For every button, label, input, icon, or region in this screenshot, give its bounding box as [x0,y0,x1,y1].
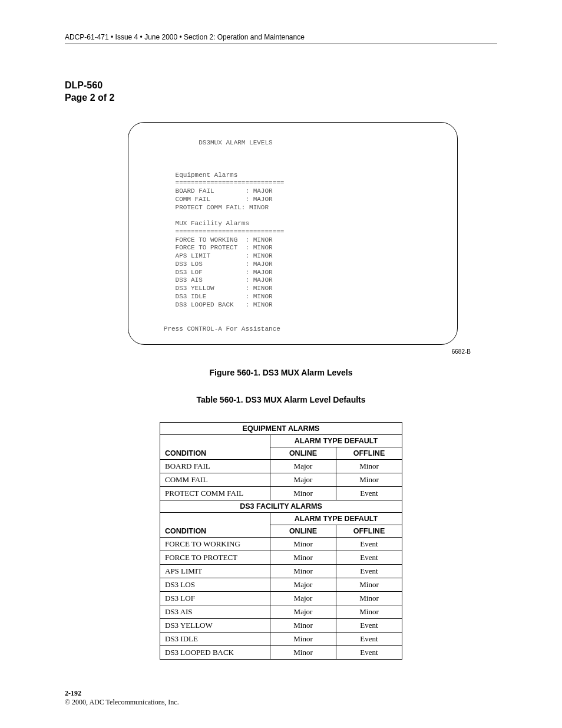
table-row: FORCE TO WORKINGMinorEvent [160,537,402,551]
dlp-page: Page 2 of 2 [65,92,497,104]
offline-cell: Event [336,564,402,578]
terminal-line: FORCE TO WORKING : MINOR [176,236,273,243]
online-cell: Major [270,473,336,486]
terminal-line: DS3 LOF : MAJOR [176,269,273,276]
online-header: ONLINE [270,525,336,537]
condition-cell: BOARD FAIL [160,459,270,473]
table-row: BOARD FAILMajorMinor [160,459,402,473]
condition-cell: DS3 AIS [160,605,270,618]
terminal-line: BOARD FAIL : MAJOR [176,187,273,195]
online-cell: Minor [270,618,336,632]
alarm-table-wrap: EQUIPMENT ALARMS CONDITION ALARM TYPE DE… [65,422,497,660]
document-page: ADCP-61-471 • Issue 4 • June 2000 • Sect… [0,0,562,728]
condition-header: CONDITION [160,512,270,537]
terminal-rule: ============================ [176,228,285,235]
condition-cell: FORCE TO WORKING [160,537,270,551]
table-row: DS3 YELLOWMinorEvent [160,618,402,632]
offline-cell: Minor [336,605,402,618]
table-subheader: CONDITION ALARM TYPE DEFAULT [160,434,402,447]
online-cell: Major [270,459,336,473]
offline-cell: Minor [336,591,402,605]
terminal-line: PROTECT COMM FAIL: MINOR [176,204,269,211]
condition-cell: DS3 LOF [160,591,270,605]
terminal-line: DS3 YELLOW : MINOR [176,285,273,292]
dlp-heading: DLP-560 Page 2 of 2 [65,80,497,104]
page-header: ADCP-61-471 • Issue 4 • June 2000 • Sect… [65,33,497,41]
online-header: ONLINE [270,447,336,459]
online-cell: Minor [270,645,336,659]
online-cell: Minor [270,537,336,551]
online-cell: Major [270,578,336,591]
table-row: COMM FAILMajorMinor [160,473,402,486]
figure-id: 6682-B [88,348,471,355]
table-row: DS3 LOFMajorMinor [160,591,402,605]
terminal-title: DS3MUX ALARM LEVELS [199,139,272,146]
offline-cell: Event [336,537,402,551]
condition-cell: COMM FAIL [160,473,270,486]
condition-cell: APS LIMIT [160,564,270,578]
terminal-section-equipment: Equipment Alarms [176,172,238,179]
table-row: DS3 AISMajorMinor [160,605,402,618]
offline-header: OFFLINE [336,525,402,537]
offline-header: OFFLINE [336,447,402,459]
online-cell: Minor [270,551,336,564]
offline-cell: Minor [336,459,402,473]
online-cell: Major [270,591,336,605]
table-subheader: CONDITION ALARM TYPE DEFAULT [160,512,402,525]
terminal-line: FORCE TO PROTECT : MINOR [176,244,273,251]
page-number: 2-192 [65,689,497,698]
table-caption: Table 560-1. DS3 MUX Alarm Level Default… [65,395,497,404]
page-footer: 2-192 © 2000, ADC Telecommunications, In… [65,689,497,707]
condition-cell: DS3 IDLE [160,632,270,645]
condition-cell: DS3 YELLOW [160,618,270,632]
offline-cell: Event [336,486,402,500]
offline-cell: Minor [336,473,402,486]
dlp-number: DLP-560 [65,80,497,92]
alarm-type-header: ALARM TYPE DEFAULT [270,434,402,447]
offline-cell: Event [336,632,402,645]
online-cell: Major [270,605,336,618]
terminal-box: DS3MUX ALARM LEVELS Equipment Alarms ===… [128,122,458,345]
terminal-line: COMM FAIL : MAJOR [176,196,273,203]
table-row: APS LIMITMinorEvent [160,564,402,578]
online-cell: Minor [270,632,336,645]
table-row: DS3 IDLEMinorEvent [160,632,402,645]
copyright: © 2000, ADC Telecommunications, Inc. [65,698,497,707]
alarm-table: EQUIPMENT ALARMS CONDITION ALARM TYPE DE… [160,422,402,660]
table-section-equipment: EQUIPMENT ALARMS [160,422,402,434]
condition-cell: DS3 LOS [160,578,270,591]
alarm-type-header: ALARM TYPE DEFAULT [270,512,402,525]
terminal-line: DS3 IDLE : MINOR [176,293,273,300]
table-row: FORCE TO PROTECTMinorEvent [160,551,402,564]
section-header: DS3 FACILITY ALARMS [160,500,402,512]
condition-cell: PROTECT COMM FAIL [160,486,270,500]
terminal-figure: DS3MUX ALARM LEVELS Equipment Alarms ===… [88,122,497,355]
table-section-facility: DS3 FACILITY ALARMS [160,500,402,512]
terminal-line: DS3 LOS : MAJOR [176,261,273,268]
table-row: PROTECT COMM FAILMinorEvent [160,486,402,500]
terminal-footer: Press CONTROL-A For Assistance [164,325,280,332]
terminal-section-facility: MUX Facility Alarms [176,220,249,227]
offline-cell: Event [336,645,402,659]
section-header: EQUIPMENT ALARMS [160,422,402,434]
table-row: DS3 LOOPED BACKMinorEvent [160,645,402,659]
header-rule [65,44,497,44]
offline-cell: Event [336,551,402,564]
condition-cell: FORCE TO PROTECT [160,551,270,564]
table-row: DS3 LOSMajorMinor [160,578,402,591]
online-cell: Minor [270,486,336,500]
terminal-line: DS3 LOOPED BACK : MINOR [176,301,273,308]
figure-caption: Figure 560-1. DS3 MUX Alarm Levels [65,368,497,377]
condition-cell: DS3 LOOPED BACK [160,645,270,659]
condition-header: CONDITION [160,434,270,459]
terminal-content: DS3MUX ALARM LEVELS Equipment Alarms ===… [152,139,434,334]
terminal-rule: ============================ [176,179,285,186]
terminal-line: APS LIMIT : MINOR [176,252,273,259]
terminal-line: DS3 AIS : MAJOR [176,276,273,284]
offline-cell: Minor [336,578,402,591]
offline-cell: Event [336,618,402,632]
online-cell: Minor [270,564,336,578]
